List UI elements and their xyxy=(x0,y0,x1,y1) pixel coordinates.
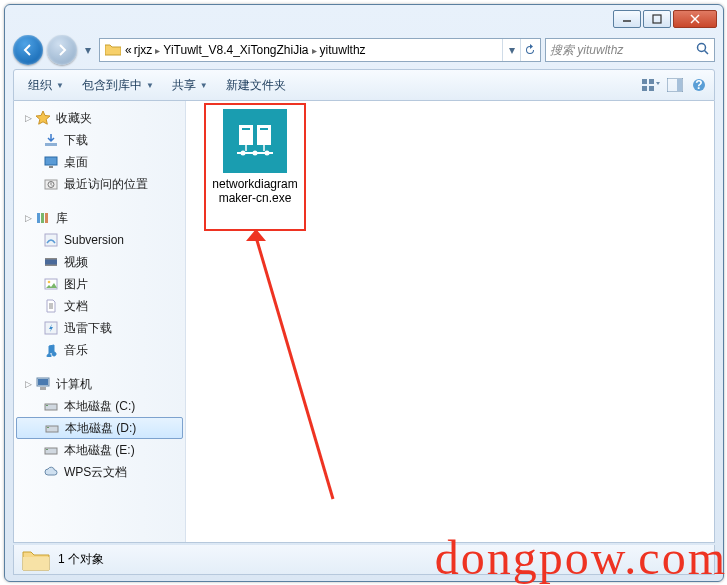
navigation-pane[interactable]: ▷ 收藏夹 下载 桌面 最近访问的位置 ▷ 库 xyxy=(14,101,186,542)
sidebar-recent[interactable]: 最近访问的位置 xyxy=(14,173,185,195)
computer-icon xyxy=(34,375,52,393)
chevron-right-icon[interactable]: ▸ xyxy=(310,45,319,56)
breadcrumb-segment[interactable]: rjxz xyxy=(133,43,154,57)
refresh-button[interactable] xyxy=(520,39,538,61)
svg-rect-8 xyxy=(642,86,647,91)
sidebar-computer[interactable]: ▷ 计算机 xyxy=(14,373,185,395)
star-icon xyxy=(34,109,52,127)
svg-rect-25 xyxy=(45,265,57,267)
libraries-icon xyxy=(34,209,52,227)
view-options-button[interactable] xyxy=(642,76,660,94)
svg-point-48 xyxy=(265,151,270,156)
include-in-library-menu[interactable]: 包含到库中▼ xyxy=(74,74,162,97)
minimize-button[interactable] xyxy=(613,10,641,28)
exe-icon xyxy=(223,109,287,173)
titlebar xyxy=(5,5,723,33)
recent-icon xyxy=(42,175,60,193)
close-button[interactable] xyxy=(673,10,717,28)
documents-icon xyxy=(42,297,60,315)
svg-rect-6 xyxy=(642,79,647,84)
breadcrumb-prefix[interactable]: « xyxy=(124,43,133,57)
svg-rect-11 xyxy=(677,79,682,91)
svg-point-46 xyxy=(241,151,246,156)
explorer-window: ▾ « rjxz ▸ YiTuwlt_V8.4_XiTongZhiJia ▸ y… xyxy=(4,4,724,582)
svg-rect-24 xyxy=(45,258,57,260)
content-area: ▷ 收藏夹 下载 桌面 最近访问的位置 ▷ 库 xyxy=(13,101,715,543)
downloads-icon xyxy=(42,131,60,149)
back-button[interactable] xyxy=(13,35,43,65)
new-folder-button[interactable]: 新建文件夹 xyxy=(218,74,294,97)
breadcrumb-segment[interactable]: yituwlthz xyxy=(319,43,367,57)
sidebar-favorites[interactable]: ▷ 收藏夹 xyxy=(14,107,185,129)
drive-icon xyxy=(42,397,60,415)
sidebar-subversion[interactable]: Subversion xyxy=(14,229,185,251)
svg-rect-33 xyxy=(38,379,48,385)
svg-point-27 xyxy=(48,281,51,284)
sidebar-wps[interactable]: WPS云文档 xyxy=(14,461,185,483)
sidebar-thunder[interactable]: 迅雷下载 xyxy=(14,317,185,339)
svg-rect-34 xyxy=(40,387,46,390)
svg-point-4 xyxy=(698,43,706,51)
sidebar-documents[interactable]: 文档 xyxy=(14,295,185,317)
svg-rect-16 xyxy=(49,166,53,168)
collapse-icon[interactable]: ▷ xyxy=(22,113,34,123)
search-placeholder: 搜索 yituwlthz xyxy=(550,42,623,59)
svg-rect-19 xyxy=(37,213,40,223)
breadcrumb-segment[interactable]: YiTuwlt_V8.4_XiTongZhiJia xyxy=(162,43,309,57)
nav-history-dropdown[interactable]: ▾ xyxy=(81,35,95,65)
drive-icon xyxy=(42,441,60,459)
chevron-right-icon[interactable]: ▸ xyxy=(153,45,162,56)
music-icon xyxy=(42,341,60,359)
svg-rect-21 xyxy=(45,213,48,223)
search-input[interactable]: 搜索 yituwlthz xyxy=(545,38,715,62)
folder-icon xyxy=(104,41,122,59)
videos-icon xyxy=(42,253,60,271)
forward-button[interactable] xyxy=(47,35,77,65)
svg-rect-14 xyxy=(45,143,57,146)
address-dropdown[interactable]: ▾ xyxy=(502,39,520,61)
svg-rect-36 xyxy=(46,405,48,406)
status-count: 1 个对象 xyxy=(58,551,104,568)
sidebar-disk-c[interactable]: 本地磁盘 (C:) xyxy=(14,395,185,417)
sidebar-desktop[interactable]: 桌面 xyxy=(14,151,185,173)
sidebar-pictures[interactable]: 图片 xyxy=(14,273,185,295)
help-button[interactable]: ? xyxy=(690,76,708,94)
svg-rect-20 xyxy=(41,213,44,223)
pictures-icon xyxy=(42,275,60,293)
svg-rect-35 xyxy=(45,404,57,410)
file-list-pane[interactable]: networkdiagrammaker-cn.exe xyxy=(186,101,714,542)
thunder-icon xyxy=(42,319,60,337)
svg-rect-9 xyxy=(649,86,654,91)
svg-rect-1 xyxy=(653,15,661,23)
collapse-icon[interactable]: ▷ xyxy=(22,379,34,389)
collapse-icon[interactable]: ▷ xyxy=(22,213,34,223)
svg-rect-15 xyxy=(45,157,57,165)
preview-pane-button[interactable] xyxy=(666,76,684,94)
sidebar-disk-d[interactable]: 本地磁盘 (D:) xyxy=(16,417,183,439)
maximize-button[interactable] xyxy=(643,10,671,28)
address-bar[interactable]: « rjxz ▸ YiTuwlt_V8.4_XiTongZhiJia ▸ yit… xyxy=(99,38,541,62)
svg-rect-7 xyxy=(649,79,654,84)
sidebar-videos[interactable]: 视频 xyxy=(14,251,185,273)
svg-rect-39 xyxy=(45,448,57,454)
svg-rect-43 xyxy=(242,128,250,130)
sidebar-disk-e[interactable]: 本地磁盘 (E:) xyxy=(14,439,185,461)
cloud-icon xyxy=(42,463,60,481)
toolbar: 组织▼ 包含到库中▼ 共享▼ 新建文件夹 ? xyxy=(13,69,715,101)
svg-rect-37 xyxy=(46,426,58,432)
annotation-arrow xyxy=(238,229,358,509)
folder-icon xyxy=(22,548,50,572)
organize-menu[interactable]: 组织▼ xyxy=(20,74,72,97)
svg-rect-38 xyxy=(47,427,49,428)
drive-icon xyxy=(43,419,61,437)
file-name: networkdiagrammaker-cn.exe xyxy=(212,177,298,206)
share-menu[interactable]: 共享▼ xyxy=(164,74,216,97)
sidebar-downloads[interactable]: 下载 xyxy=(14,129,185,151)
sidebar-music[interactable]: 音乐 xyxy=(14,339,185,361)
sidebar-libraries[interactable]: ▷ 库 xyxy=(14,207,185,229)
search-icon[interactable] xyxy=(696,42,710,59)
subversion-icon xyxy=(42,231,60,249)
svg-rect-40 xyxy=(46,449,48,450)
svg-point-47 xyxy=(253,151,258,156)
file-item[interactable]: networkdiagrammaker-cn.exe xyxy=(212,109,298,206)
